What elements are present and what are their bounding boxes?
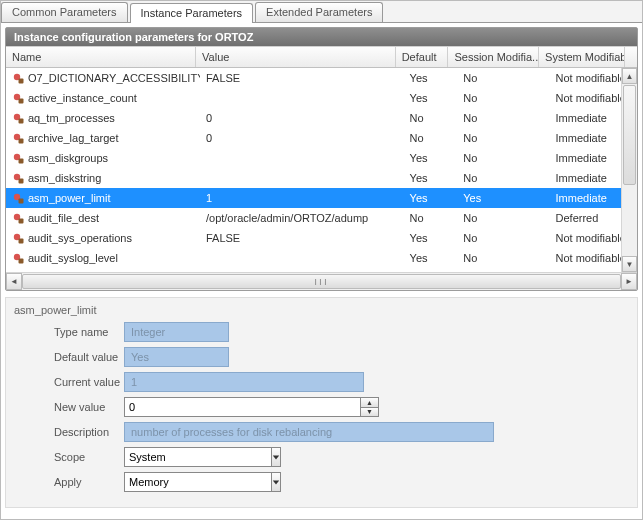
cell-default: Yes [404,192,458,204]
tab-instance-parameters[interactable]: Instance Parameters [130,3,254,23]
cell-session: No [457,132,549,144]
svg-rect-5 [19,119,24,124]
cell-session: No [457,92,549,104]
cell-name: asm_diskgroups [28,152,108,164]
tab-content: Instance configuration parameters for OR… [1,23,642,512]
label-type-name: Type name [14,326,124,338]
scroll-right-button[interactable]: ► [621,273,637,290]
cell-default: Yes [404,252,458,264]
column-header-name[interactable]: Name [6,47,196,67]
column-header-spacer [625,47,637,67]
chevron-down-icon [272,453,280,461]
table-row[interactable]: audit_file_dest/opt/oracle/admin/ORTOZ/a… [6,208,637,228]
table-row[interactable]: asm_power_limit1YesYesImmediate [6,188,637,208]
parameter-icon [12,132,24,144]
apply-input[interactable] [124,472,272,492]
parameter-icon [12,92,24,104]
table-row[interactable]: audit_sys_operationsFALSEYesNoNot modifi… [6,228,637,248]
parameter-icon [12,112,24,124]
scroll-thumb-vertical[interactable] [623,85,636,185]
cell-value: FALSE [200,72,404,84]
label-apply: Apply [14,476,124,488]
parameter-icon [12,232,24,244]
cell-default: Yes [404,72,458,84]
tab-common-parameters[interactable]: Common Parameters [1,2,128,22]
parameter-icon [12,212,24,224]
parameter-icon [12,252,24,264]
field-type-name: Integer [124,322,229,342]
cell-session: No [457,152,549,164]
table-row[interactable]: asm_diskgroupsYesNoImmediate [6,148,637,168]
svg-rect-17 [19,239,24,244]
chevron-down-icon [272,478,280,486]
scope-dropdown-button[interactable] [272,447,281,467]
scroll-track-horizontal: ııı [22,273,621,290]
horizontal-scrollbar[interactable]: ◄ ııı ► [6,272,637,290]
detail-panel: asm_power_limit Type name Integer Defaul… [5,297,638,508]
column-header-session[interactable]: Session Modifia... [448,47,539,67]
panel-title: Instance configuration parameters for OR… [6,28,637,46]
table-row[interactable]: asm_diskstringYesNoImmediate [6,168,637,188]
tab-extended-parameters[interactable]: Extended Parameters [255,2,383,22]
label-current-value: Current value [14,376,124,388]
cell-value: 0 [200,112,404,124]
label-description: Description [14,426,124,438]
parameter-icon [12,192,24,204]
cell-value: 1 [200,192,404,204]
cell-default: Yes [404,152,458,164]
detail-param-name: asm_power_limit [14,304,629,316]
table-row[interactable]: archive_lag_target0NoNoImmediate [6,128,637,148]
svg-rect-13 [19,199,24,204]
cell-default: No [404,132,458,144]
cell-name: audit_sys_operations [28,232,132,244]
table-row[interactable]: audit_syslog_levelYesNoNot modifiable [6,248,637,268]
cell-session: Yes [457,192,549,204]
cell-default: Yes [404,172,458,184]
cell-session: No [457,232,549,244]
column-header-default[interactable]: Default [396,47,449,67]
cell-name: O7_DICTIONARY_ACCESSIBILITY [28,72,200,84]
scope-input[interactable] [124,447,272,467]
field-current-value: 1 [124,372,364,392]
parameter-icon [12,152,24,164]
scroll-thumb-horizontal[interactable]: ııı [22,274,621,289]
cell-name: asm_diskstring [28,172,101,184]
cell-default: Yes [404,92,458,104]
table-row[interactable]: aq_tm_processes0NoNoImmediate [6,108,637,128]
new-value-input[interactable] [124,397,361,417]
new-value-stepper[interactable]: ▲ ▼ [124,397,379,417]
parameter-icon [12,72,24,84]
field-default-value: Yes [124,347,229,367]
tab-bar: Common Parameters Instance Parameters Ex… [1,1,642,23]
svg-rect-19 [19,259,24,264]
scroll-down-button[interactable]: ▼ [622,256,637,272]
cell-session: No [457,172,549,184]
cell-value: /opt/oracle/admin/ORTOZ/adump [200,212,404,224]
table-row[interactable]: O7_DICTIONARY_ACCESSIBILITYFALSEYesNoNot… [6,68,637,88]
svg-marker-22 [273,455,279,459]
label-new-value: New value [14,401,124,413]
scroll-left-button[interactable]: ◄ [6,273,22,290]
svg-rect-9 [19,159,24,164]
apply-combobox[interactable] [124,472,244,492]
field-description: number of processes for disk rebalancing [124,422,494,442]
cell-name: aq_tm_processes [28,112,115,124]
spinner-up-button[interactable]: ▲ [361,397,379,407]
scope-combobox[interactable] [124,447,244,467]
column-header-value[interactable]: Value [196,47,396,67]
cell-value: FALSE [200,232,404,244]
svg-rect-1 [19,79,24,84]
cell-session: No [457,72,549,84]
svg-rect-7 [19,139,24,144]
cell-session: No [457,252,549,264]
spinner-down-button[interactable]: ▼ [361,407,379,418]
vertical-scrollbar[interactable]: ▲ ▼ [621,68,637,272]
cell-default: No [404,212,458,224]
svg-rect-11 [19,179,24,184]
table-row[interactable]: active_instance_countYesNoNot modifiable [6,88,637,108]
column-header-system[interactable]: System Modifiable [539,47,625,67]
svg-rect-15 [19,219,24,224]
apply-dropdown-button[interactable] [272,472,281,492]
scroll-up-button[interactable]: ▲ [622,68,637,84]
window-frame: Common Parameters Instance Parameters Ex… [0,0,643,520]
